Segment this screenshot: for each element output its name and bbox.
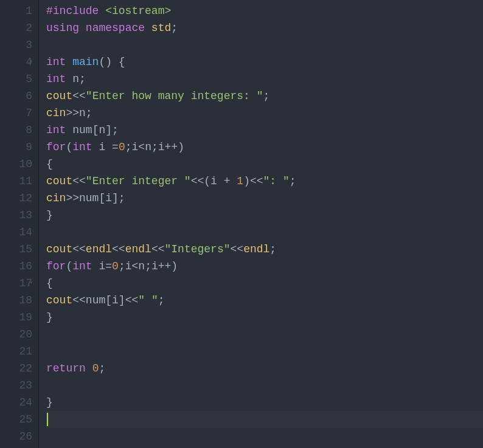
code-line[interactable]: int main() { — [46, 53, 483, 71]
line-number: 11 — [0, 173, 32, 190]
line-number: 14 — [0, 224, 32, 241]
code-line[interactable]: #include <iostream> — [46, 2, 483, 19]
line-number: 23 — [0, 377, 32, 394]
code-line[interactable]: for(int i =0;i<n;i++) — [46, 139, 483, 156]
code-line[interactable] — [46, 36, 483, 53]
line-number: 3 — [0, 36, 32, 53]
fold-marker-icon[interactable]: ▾ — [28, 53, 34, 71]
code-line[interactable] — [46, 377, 483, 394]
line-number: 4▾ — [0, 53, 32, 71]
code-line[interactable]: using namespace std; — [46, 19, 483, 36]
preprocessor: #include — [46, 2, 105, 19]
code-line[interactable]: } — [46, 394, 483, 411]
line-number: 19 — [0, 309, 32, 326]
line-number: 18 — [0, 292, 32, 309]
line-number: 10▾ — [0, 156, 32, 173]
line-number: 24 — [0, 394, 32, 411]
fold-marker-icon[interactable]: ▾ — [28, 156, 34, 173]
line-number: 16 — [0, 258, 32, 275]
line-number: 2 — [0, 19, 32, 36]
code-line[interactable]: int num[n]; — [46, 122, 483, 139]
line-number: 9 — [0, 139, 32, 156]
line-number: 6 — [0, 88, 32, 105]
line-number: 15 — [0, 241, 32, 258]
line-number: 20 — [0, 326, 32, 343]
line-number: 13 — [0, 207, 32, 224]
code-line[interactable]: { — [46, 275, 483, 292]
code-line[interactable]: { — [46, 156, 483, 173]
code-line[interactable]: cin>>num[i]; — [46, 190, 483, 207]
line-number: 21 — [0, 343, 32, 360]
code-line[interactable]: cin>>n; — [46, 105, 483, 122]
code-line[interactable]: return 0; — [46, 360, 483, 377]
line-number: 12 — [0, 190, 32, 207]
cursor-icon — [47, 413, 48, 426]
line-number: 22 — [0, 360, 32, 377]
line-number: 5 — [0, 71, 32, 88]
code-line[interactable]: cout<<"Enter how many integers: "; — [46, 88, 483, 105]
fold-marker-icon[interactable]: ▾ — [28, 275, 34, 292]
gutter: 1 2 3 4▾ 5 6 7 8 9 10▾ 11 12 13 14 15 16… — [0, 0, 39, 448]
code-line[interactable]: } — [46, 309, 483, 326]
code-line[interactable]: cout<<endl<<endl<<"Integers"<<endl; — [46, 241, 483, 258]
code-editor[interactable]: 1 2 3 4▾ 5 6 7 8 9 10▾ 11 12 13 14 15 16… — [0, 0, 483, 448]
code-line-active[interactable] — [46, 411, 483, 428]
line-number: 17▾ — [0, 275, 32, 292]
code-line[interactable] — [46, 224, 483, 241]
include-path: <iostream> — [105, 2, 171, 19]
code-line[interactable]: cout<<num[i]<<" "; — [46, 292, 483, 309]
line-number: 26 — [0, 428, 32, 445]
code-line[interactable] — [46, 428, 483, 445]
code-line[interactable] — [46, 326, 483, 343]
code-area[interactable]: #include <iostream> using namespace std;… — [39, 0, 483, 448]
code-line[interactable]: } — [46, 207, 483, 224]
line-number: 8 — [0, 122, 32, 139]
code-line[interactable]: for(int i=0;i<n;i++) — [46, 258, 483, 275]
code-line[interactable]: int n; — [46, 71, 483, 88]
code-line[interactable] — [46, 343, 483, 360]
line-number: 25 — [0, 411, 32, 428]
line-number: 7 — [0, 105, 32, 122]
code-line[interactable]: cout<<"Enter integer "<<(i + 1)<<": "; — [46, 173, 483, 190]
line-number: 1 — [0, 2, 32, 19]
